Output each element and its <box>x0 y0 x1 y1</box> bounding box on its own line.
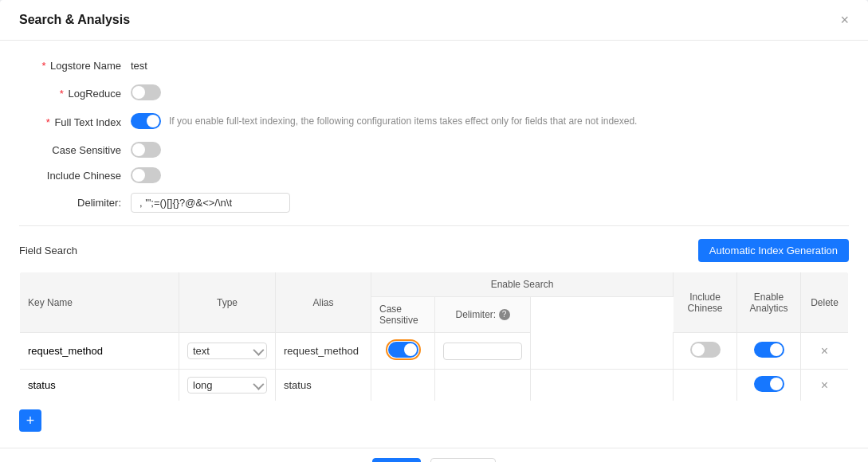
include-chinese-row: Include Chinese <box>19 167 849 183</box>
type-select-2[interactable]: long <box>187 377 267 393</box>
delimiter-input-1[interactable] <box>443 343 522 360</box>
fulltext-toggle-container: If you enable full-text indexing, the fo… <box>131 113 637 129</box>
include-chinese-toggle-1[interactable] <box>690 342 721 358</box>
cell-enable-analytics-1 <box>737 333 801 370</box>
type-select-1[interactable]: text <box>187 343 267 359</box>
modal-footer: OK Cancel <box>0 448 868 462</box>
th-delimiter: Delimiter: ? <box>435 297 531 333</box>
logstore-row: * Logstore Name test <box>19 57 849 72</box>
delete-button-2[interactable]: × <box>821 378 828 392</box>
fulltext-hint: If you enable full-text indexing, the fo… <box>169 116 637 127</box>
logstore-value: test <box>131 57 147 72</box>
table-row: request_method text request_method <box>20 333 849 370</box>
table-header-group-row: Key Name Type Alias Enable Search Includ… <box>20 272 849 297</box>
cell-enable-analytics-2 <box>737 370 801 401</box>
case-sensitive-label: Case Sensitive <box>19 144 131 156</box>
case-sensitive-row: Case Sensitive <box>19 142 849 158</box>
required-star-2: * <box>60 88 64 100</box>
th-enable-search: Enable Search <box>371 272 674 297</box>
include-chinese-toggle[interactable] <box>131 167 161 183</box>
cancel-button[interactable]: Cancel <box>430 458 496 462</box>
cell-key-name-2: status <box>20 370 179 401</box>
modal-header: Search & Analysis × <box>0 0 868 41</box>
cell-alias-2: status <box>276 370 371 401</box>
case-sensitive-toggle-1[interactable] <box>388 342 418 358</box>
cell-delete-2: × <box>801 370 849 401</box>
required-star: * <box>41 60 45 72</box>
th-delete: Delete <box>801 272 849 333</box>
cell-include-chinese-1 <box>674 333 737 370</box>
cell-case-sensitive-2 <box>371 370 435 401</box>
fulltext-row: * Full Text Index If you enable full-tex… <box>19 113 849 129</box>
modal: Search & Analysis × * Logstore Name test… <box>0 0 868 462</box>
cell-delete-1: × <box>801 333 849 370</box>
delimiter-help-icon: ? <box>499 309 510 320</box>
close-button[interactable]: × <box>840 13 849 27</box>
delimiter-input[interactable] <box>131 193 290 213</box>
field-search-label: Field Search <box>19 245 77 256</box>
table-body: request_method text request_method <box>20 333 849 401</box>
th-key-name: Key Name <box>20 272 179 333</box>
enable-analytics-toggle-2[interactable] <box>754 376 784 392</box>
logreduce-row: * LogReduce <box>19 84 849 100</box>
fulltext-toggle[interactable] <box>131 113 161 129</box>
field-search-header: Field Search Automatic Index Generation <box>19 239 849 262</box>
cell-delimiter-1 <box>435 333 531 370</box>
logreduce-toggle[interactable] <box>131 84 161 100</box>
divider <box>19 225 849 226</box>
modal-title: Search & Analysis <box>19 13 130 27</box>
cell-case-sensitive-1 <box>371 333 435 370</box>
th-case-sensitive: CaseSensitive <box>371 297 435 333</box>
delete-button-1[interactable]: × <box>821 344 828 358</box>
chevron-down-icon-1 <box>253 344 264 355</box>
cell-alias-1: request_method <box>276 333 371 370</box>
required-star-3: * <box>46 116 50 128</box>
delimiter-label: Delimiter: <box>19 197 131 209</box>
index-table: Key Name Type Alias Enable Search Includ… <box>19 272 849 401</box>
chevron-down-icon-2 <box>253 378 264 390</box>
ok-button[interactable]: OK <box>372 458 421 462</box>
cell-type-1: text <box>179 333 276 370</box>
cell-empty-2 <box>531 370 674 401</box>
table-row: status long status <box>20 370 849 401</box>
fulltext-label: * Full Text Index <box>19 113 131 128</box>
cell-include-chinese-2 <box>674 370 737 401</box>
th-include-chinese: IncludeChinese <box>674 272 737 333</box>
cell-delimiter-2 <box>435 370 531 401</box>
th-alias: Alias <box>276 272 371 333</box>
case-sensitive-toggle[interactable] <box>131 142 161 158</box>
cell-type-2: long <box>179 370 276 401</box>
auto-index-button[interactable]: Automatic Index Generation <box>698 239 849 262</box>
cell-empty-1 <box>531 333 674 370</box>
fulltext-sub-form: Case Sensitive Include Chinese Delimiter… <box>19 142 849 213</box>
case-sensitive-highlighted-toggle[interactable] <box>386 339 421 360</box>
logstore-label: * Logstore Name <box>19 57 131 72</box>
delimiter-row: Delimiter: <box>19 193 849 213</box>
modal-body: * Logstore Name test * LogReduce * Full <box>0 41 868 448</box>
enable-analytics-toggle-1[interactable] <box>754 342 784 358</box>
logreduce-label: * LogReduce <box>19 84 131 100</box>
add-row-button[interactable]: + <box>19 409 41 432</box>
th-type: Type <box>179 272 276 333</box>
th-enable-analytics: EnableAnalytics <box>737 272 801 333</box>
logreduce-toggle-container <box>131 84 161 100</box>
include-chinese-label: Include Chinese <box>19 170 131 182</box>
cell-key-name-1: request_method <box>20 333 179 370</box>
